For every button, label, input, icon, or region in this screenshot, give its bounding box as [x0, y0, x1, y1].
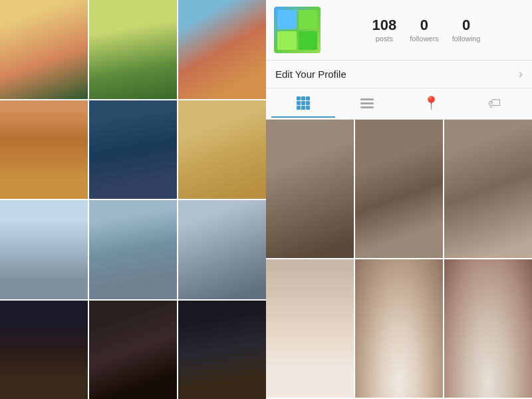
photo-cell[interactable] [444, 259, 532, 398]
photo-cell[interactable] [444, 120, 532, 258]
right-panel: 108 posts 0 followers 0 following Edit Y… [266, 0, 532, 399]
followers-stat: 0 followers [410, 17, 438, 43]
tab-location[interactable]: 📍 [399, 88, 463, 119]
edit-profile-label: Edit Your Profile [275, 68, 346, 80]
tab-tag[interactable]: 🏷 [463, 89, 527, 119]
photo-cell[interactable] [355, 120, 443, 258]
photo-cell[interactable] [89, 0, 177, 99]
photo-cell[interactable] [355, 259, 443, 398]
photo-cell[interactable] [178, 200, 266, 299]
avatar [274, 7, 321, 53]
avatar-tile [299, 31, 318, 51]
tab-list[interactable] [335, 92, 399, 116]
tag-icon: 🏷 [488, 96, 501, 111]
avatar-tile [299, 10, 318, 29]
left-photo-grid [0, 0, 266, 399]
following-label: following [452, 35, 481, 43]
photo-cell[interactable] [0, 100, 88, 200]
location-icon: 📍 [423, 95, 440, 111]
posts-stat: 108 posts [372, 17, 397, 43]
tab-bar: 📍 🏷 [266, 88, 532, 120]
photo-cell[interactable] [89, 200, 177, 299]
stats-block: 108 posts 0 followers 0 following [329, 17, 524, 43]
profile-header: 108 posts 0 followers 0 following [266, 0, 532, 61]
following-stat: 0 following [452, 17, 481, 43]
posts-label: posts [376, 35, 393, 43]
tab-grid[interactable] [271, 90, 335, 118]
list-icon [360, 98, 374, 108]
following-count: 0 [462, 17, 470, 33]
avatar-image [274, 7, 321, 53]
edit-profile-button[interactable]: Edit Your Profile › [266, 61, 532, 88]
photo-cell[interactable] [266, 120, 354, 258]
photo-cell[interactable] [0, 0, 88, 99]
photo-cell[interactable] [178, 0, 266, 99]
photo-cell[interactable] [0, 301, 88, 400]
photo-cell[interactable] [0, 200, 88, 299]
followers-count: 0 [420, 17, 428, 33]
grid-icon [297, 96, 310, 110]
photo-cell[interactable] [178, 100, 266, 200]
posts-count: 108 [372, 17, 397, 33]
avatar-tile [277, 10, 297, 29]
photo-cell[interactable] [266, 259, 354, 398]
avatar-tile [277, 31, 297, 51]
followers-label: followers [410, 35, 438, 43]
chevron-right-icon: › [519, 67, 523, 81]
photo-cell[interactable] [178, 301, 266, 400]
photo-cell[interactable] [89, 301, 177, 400]
right-photo-grid [266, 120, 532, 399]
photo-cell[interactable] [89, 100, 177, 200]
